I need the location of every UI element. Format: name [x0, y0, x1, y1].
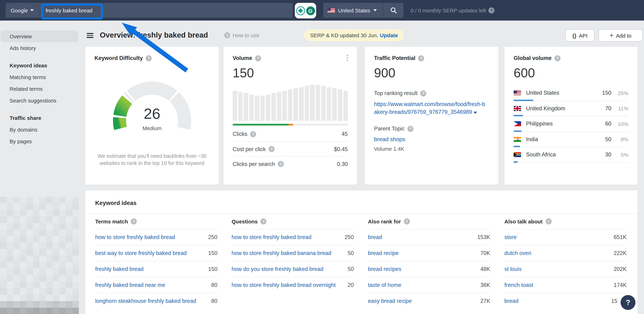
- extension-lamp-icon[interactable]: [296, 6, 305, 15]
- sidebar-item-by-pages[interactable]: By pages: [1, 136, 78, 147]
- keyword-volume: 150: [208, 265, 218, 273]
- page-title: Overview: freshly baked bread: [100, 31, 208, 39]
- keyword-link[interactable]: how to store freshly baked bread: [95, 233, 208, 241]
- top-ranking-result-link[interactable]: https://www.walmart.com/browse/food/fres…: [374, 100, 486, 116]
- gv-card-title: Global volume: [514, 55, 552, 61]
- tp-value: 900: [374, 66, 489, 80]
- help-icon[interactable]: ?: [554, 55, 560, 61]
- kd-card-title: Keyword Difficulty: [94, 55, 143, 61]
- keyword-ideas-card: Keyword ideas Terms match ?how to store …: [85, 190, 638, 314]
- country-label: United States: [338, 7, 370, 13]
- volume-bar: [338, 90, 342, 121]
- chevron-down-icon: [373, 9, 377, 11]
- how-to-use-link[interactable]: ? How to use: [224, 32, 259, 38]
- sidebar-item-keyword-ideas: Keyword ideas: [1, 60, 78, 71]
- help-icon[interactable]: ?: [255, 55, 261, 61]
- keyword-volume: 20: [348, 281, 354, 289]
- help-icon[interactable]: ?: [546, 218, 552, 224]
- keyword-search-bar: Google freshly baked bread: [6, 3, 293, 18]
- search-button[interactable]: [383, 3, 404, 18]
- help-icon[interactable]: ?: [420, 90, 426, 96]
- column-header: Also talk about ?: [504, 214, 626, 229]
- keyword-link[interactable]: how do you store freshly baked bread: [232, 265, 348, 273]
- keyword-row: how to store freshly baked bread 250: [95, 229, 218, 245]
- traffic-potential-card: Traffic Potential ? 900 Top ranking resu…: [365, 47, 498, 185]
- column-header: Questions ?: [232, 214, 354, 229]
- keyword-link[interactable]: french toast: [504, 281, 614, 289]
- sidebar-item-search-suggestions[interactable]: Search suggestions: [1, 95, 78, 106]
- keyword-link[interactable]: easy bread recipe: [368, 297, 480, 305]
- keyword-row: best way to store freshly baked bread 15…: [95, 245, 218, 261]
- country-share-bar: [514, 115, 523, 116]
- keyword-row: how to store freshly baked bread 250: [232, 229, 354, 245]
- keyword-link[interactable]: how to store freshly baked bread overnig…: [232, 281, 348, 289]
- clicks-split-bar: [233, 124, 348, 126]
- country-dropdown[interactable]: United States: [323, 7, 383, 13]
- keyword-link[interactable]: how to store freshly baked bread: [232, 233, 344, 241]
- keyword-link[interactable]: best way to store freshly baked bread: [95, 249, 208, 257]
- sidebar-item-overview[interactable]: Overview: [1, 30, 78, 42]
- menu-toggle-button[interactable]: [87, 33, 94, 38]
- keyword-link[interactable]: longhorn steakhouse freshly baked bread: [95, 297, 211, 305]
- parent-topic-label-row: Parent Topic ?: [374, 126, 489, 132]
- volume-bar: [244, 93, 248, 121]
- help-icon[interactable]: ?: [250, 131, 256, 137]
- country-percent: 8%: [611, 136, 628, 142]
- keyword-link[interactable]: taste of home: [368, 281, 480, 289]
- add-to-button[interactable]: + Add to: [598, 29, 642, 41]
- keyword-column-questions: Questions ?how to store freshly baked br…: [232, 214, 354, 309]
- help-icon[interactable]: ?: [488, 7, 495, 13]
- keyword-link[interactable]: bread recipes: [368, 265, 480, 273]
- keyword-volume: 50: [348, 249, 354, 257]
- column-header: Terms match ?: [95, 214, 218, 229]
- us-flag-icon: [328, 8, 335, 13]
- keyword-link[interactable]: st louis: [504, 265, 614, 273]
- keyword-volume: 80: [211, 297, 218, 305]
- help-fab-button[interactable]: ?: [620, 295, 636, 310]
- grammarly-icon[interactable]: G: [306, 6, 315, 15]
- country-selector-group: United States: [323, 3, 404, 18]
- volume-card: Volume ? 150 Clicks ? 45Cost per click ?…: [224, 47, 357, 185]
- sidebar-item-ads-history[interactable]: Ads history: [1, 42, 78, 54]
- country-share-bar: [514, 99, 533, 101]
- keyword-volume: 651K: [614, 233, 626, 241]
- keyword-row: bread recipe 70K: [368, 245, 490, 261]
- sidebar-item-matching-terms[interactable]: Matching terms: [1, 71, 78, 83]
- keyword-link[interactable]: freshly baked bread: [95, 265, 208, 273]
- keyword-link[interactable]: bread recipe: [368, 249, 480, 257]
- volume-bar: [321, 86, 326, 121]
- country-volume: 70: [605, 105, 612, 112]
- search-input[interactable]: freshly baked bread: [39, 7, 92, 13]
- braces-icon: {}: [572, 32, 576, 38]
- keyword-link[interactable]: store: [504, 233, 614, 241]
- help-icon[interactable]: ?: [146, 55, 152, 61]
- keyword-volume: 50: [348, 265, 354, 273]
- help-icon[interactable]: ?: [404, 218, 410, 224]
- volume-trend-chart: [233, 85, 348, 121]
- keyword-volume: 48K: [480, 265, 490, 273]
- keyword-volume: 80: [211, 281, 218, 289]
- keyword-link[interactable]: bread: [504, 297, 611, 305]
- help-icon[interactable]: ?: [131, 218, 137, 224]
- plus-icon: +: [610, 32, 614, 39]
- keyword-volume: 150: [208, 249, 218, 257]
- help-icon[interactable]: ?: [418, 55, 424, 61]
- keyword-link[interactable]: bread: [368, 233, 478, 241]
- sidebar-item-traffic-share: Traffic share: [1, 112, 78, 124]
- keyword-link[interactable]: how to store freshly baked banana bread: [232, 249, 348, 257]
- kebab-menu-icon[interactable]: [345, 55, 350, 62]
- help-icon[interactable]: ?: [268, 146, 274, 152]
- search-engine-dropdown[interactable]: Google: [6, 7, 39, 13]
- sidebar-item-related-terms[interactable]: Related terms: [1, 83, 78, 95]
- help-icon[interactable]: ?: [260, 218, 266, 224]
- parent-topic-link[interactable]: bread shops: [374, 136, 405, 143]
- help-icon[interactable]: ?: [278, 161, 284, 167]
- api-button[interactable]: {} API: [566, 29, 594, 41]
- keyword-link[interactable]: dutch oven: [504, 249, 614, 257]
- keyword-difficulty-card: Keyword Difficulty ? 26 Medium We estima…: [85, 47, 219, 185]
- update-link[interactable]: Update: [380, 32, 398, 38]
- country-row: South Africa 30 5%: [514, 147, 628, 162]
- keyword-link[interactable]: freshly baked bread near me: [95, 281, 211, 289]
- help-icon[interactable]: ?: [408, 126, 414, 132]
- sidebar-item-by-domains[interactable]: By domains: [1, 124, 78, 136]
